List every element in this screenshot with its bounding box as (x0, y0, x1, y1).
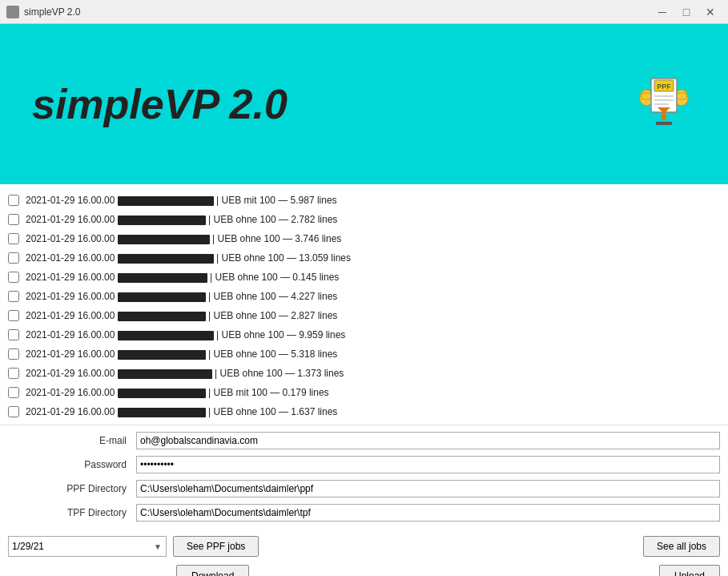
job-item: 2021-01-29 16.00.00 | UEB ohne 100 — 1.6… (8, 402, 720, 421)
titlebar-controls: ─ □ ✕ (651, 3, 722, 21)
content-area: 2021-01-29 16.00.00 | UEB mit 100 — 5.98… (0, 184, 728, 576)
banner-title: simpleVP 2.0 (32, 80, 288, 128)
job-text: 2021-01-29 16.00.00 | UEB ohne 100 — 4.2… (26, 291, 337, 302)
job-checkbox[interactable] (8, 310, 19, 321)
download-doc-icon: PPF (632, 72, 696, 136)
job-text: 2021-01-29 16.00.00 | UEB ohne 100 — 0.1… (26, 272, 339, 283)
job-item: 2021-01-29 16.00.00 | UEB ohne 100 — 2.7… (8, 210, 720, 229)
job-checkbox[interactable] (8, 233, 19, 244)
job-checkbox[interactable] (8, 195, 19, 206)
maximize-button[interactable]: □ (675, 3, 698, 21)
email-row: E-mail (8, 430, 720, 451)
job-item: 2021-01-29 16.00.00 | UEB ohne 100 — 13.… (8, 248, 720, 268)
svg-rect-1 (642, 93, 651, 99)
svg-rect-11 (662, 114, 666, 120)
job-checkbox[interactable] (8, 406, 19, 417)
see-all-jobs-group: See all jobs (643, 536, 720, 557)
job-item: 2021-01-29 16.00.00 | UEB ohne 100 — 5.3… (8, 344, 720, 364)
job-item: 2021-01-29 16.00.00 | UEB mit 100 — 0.17… (8, 383, 720, 402)
job-text: 2021-01-29 16.00.00 | UEB mit 100 — 0.17… (26, 387, 329, 398)
password-row: Password (8, 454, 720, 475)
ppf-row: PPF Directory (8, 478, 720, 499)
ppf-directory-field[interactable] (136, 480, 720, 497)
date-select[interactable]: 1/29/21 (8, 536, 167, 557)
job-text: 2021-01-29 16.00.00 | UEB ohne 100 — 1.6… (26, 406, 337, 417)
minimize-button[interactable]: ─ (651, 3, 674, 21)
svg-rect-12 (656, 122, 672, 125)
tpf-directory-field[interactable] (136, 504, 720, 522)
banner: simpleVP 2.0 PPF (0, 24, 728, 184)
job-item: 2021-01-29 16.00.00 | UEB ohne 100 — 4.2… (8, 287, 720, 306)
download-button[interactable]: Download (176, 565, 249, 576)
job-item: 2021-01-29 16.00.00 | UEB mit 100 — 5.98… (8, 191, 720, 210)
job-checkbox[interactable] (8, 214, 19, 225)
job-text: 2021-01-29 16.00.00 | UEB ohne 100 — 9.9… (26, 329, 345, 340)
upload-button[interactable]: Upload (659, 565, 720, 576)
svg-text:PPF: PPF (657, 83, 671, 91)
job-checkbox[interactable] (8, 252, 19, 264)
job-text: 2021-01-29 16.00.00 | UEB ohne 100 — 2.8… (26, 310, 337, 321)
job-item: 2021-01-29 16.00.00 | UEB ohne 100 — 0.1… (8, 268, 720, 287)
job-item: 2021-01-29 16.00.00 | UEB ohne 100 — 2.8… (8, 306, 720, 325)
titlebar: simpleVP 2.0 ─ □ ✕ (0, 0, 728, 24)
app-icon (6, 6, 19, 18)
banner-icon: PPF (632, 72, 696, 136)
titlebar-left: simpleVP 2.0 (6, 6, 80, 18)
password-label: Password (8, 459, 136, 470)
see-ppf-jobs-button[interactable]: See PPF jobs (173, 536, 259, 557)
job-list: 2021-01-29 16.00.00 | UEB mit 100 — 5.98… (0, 187, 728, 425)
job-item: 2021-01-29 16.00.00 | UEB ohne 100 — 3.7… (8, 229, 720, 248)
job-item: 2021-01-29 16.00.00 | UEB ohne 100 — 1.3… (8, 364, 720, 383)
job-text: 2021-01-29 16.00.00 | UEB ohne 100 — 1.3… (26, 368, 344, 379)
see-jobs-group: See PPF jobs (173, 536, 259, 557)
action-row: Download Upload (0, 562, 728, 576)
form-area: E-mail Password PPF Directory TPF Direct… (0, 425, 728, 531)
tpf-row: TPF Directory (8, 502, 720, 523)
close-button[interactable]: ✕ (699, 3, 722, 21)
job-text: 2021-01-29 16.00.00 | UEB ohne 100 — 5.3… (26, 348, 337, 360)
titlebar-title: simpleVP 2.0 (24, 6, 80, 18)
job-checkbox[interactable] (8, 387, 19, 398)
job-checkbox[interactable] (8, 368, 19, 379)
job-text: 2021-01-29 16.00.00 | UEB ohne 100 — 3.7… (26, 233, 341, 244)
see-all-jobs-button[interactable]: See all jobs (643, 536, 720, 557)
job-checkbox[interactable] (8, 291, 19, 302)
job-checkbox[interactable] (8, 329, 19, 340)
email-field[interactable] (136, 432, 720, 449)
job-text: 2021-01-29 16.00.00 | UEB mit 100 — 5.98… (26, 195, 337, 206)
ppf-label: PPF Directory (8, 483, 136, 494)
date-select-wrap: 1/29/21 ▼ (8, 536, 167, 557)
job-checkbox[interactable] (8, 348, 19, 360)
password-field[interactable] (136, 456, 720, 473)
job-checkbox[interactable] (8, 272, 19, 283)
email-label: E-mail (8, 435, 136, 446)
job-text: 2021-01-29 16.00.00 | UEB ohne 100 — 2.7… (26, 214, 337, 225)
svg-rect-3 (677, 93, 686, 99)
tpf-label: TPF Directory (8, 507, 136, 518)
job-item: 2021-01-29 16.00.00 | UEB ohne 100 — 9.9… (8, 325, 720, 344)
bottom-controls: 1/29/21 ▼ See PPF jobs See all jobs (0, 531, 728, 562)
job-text: 2021-01-29 16.00.00 | UEB ohne 100 — 13.… (26, 252, 351, 264)
